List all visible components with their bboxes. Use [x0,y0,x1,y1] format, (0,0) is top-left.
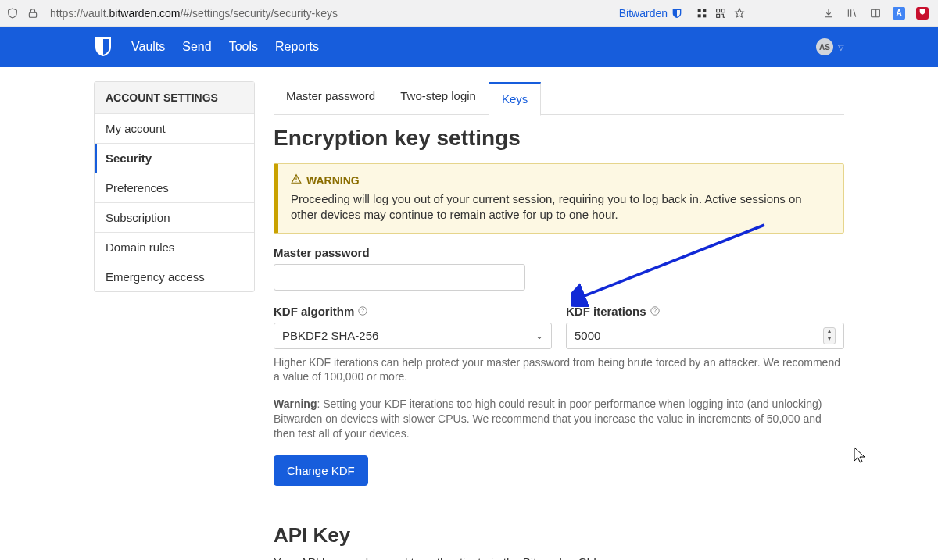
qr-icon[interactable] [714,7,727,20]
svg-rect-6 [721,9,725,12]
warning-label: WARNING [306,174,360,187]
sidebar-item-emergency-access[interactable]: Emergency access [95,262,254,291]
cursor-icon [854,447,868,464]
kdf-hint-2-prefix: Warning [274,398,317,410]
svg-rect-4 [703,14,706,17]
svg-rect-7 [717,14,720,17]
extension-label[interactable]: Bitwarden [619,7,668,20]
chevron-down-icon: ▽ [838,43,844,52]
svg-rect-1 [698,9,701,12]
spinner-down-icon[interactable]: ▾ [824,336,835,344]
kdf-iterations-label: KDF iterations [566,305,844,318]
svg-rect-0 [29,12,36,17]
warning-text: Proceeding will log you out of your curr… [291,191,831,223]
kdf-hint-1: Higher KDF iterations can help protect y… [274,355,844,385]
kdf-iterations-value: 5000 [575,329,600,342]
warning-triangle-icon [291,173,302,187]
help-icon[interactable] [650,305,661,316]
sidebar-toggle-icon[interactable] [869,7,882,20]
tab-two-step-login[interactable]: Two-step login [388,81,489,114]
tab-keys[interactable]: Keys [489,82,541,116]
library-icon[interactable] [846,7,858,20]
number-spinner[interactable]: ▴ ▾ [823,327,836,344]
kdf-algorithm-select[interactable]: PBKDF2 SHA-256 ⌄ [274,323,552,349]
encryption-title: Encryption key settings [274,126,844,151]
nav-links: Vaults Send Tools Reports [131,40,319,54]
sidebar-item-subscription[interactable]: Subscription [95,203,254,233]
kdf-iterations-input[interactable]: 5000 ▴ ▾ [566,323,844,349]
bitwarden-logo-icon[interactable] [94,36,113,58]
sidebar-item-domain-rules[interactable]: Domain rules [95,233,254,262]
bitwarden-ext-icon[interactable] [671,7,683,20]
svg-rect-2 [703,9,706,12]
kdf-hint-2-body: : Setting your KDF iterations too high c… [274,398,822,440]
settings-sidebar: ACCOUNT SETTINGS My account Security Pre… [94,81,255,292]
svg-rect-3 [698,14,701,17]
sidebar-item-preferences[interactable]: Preferences [95,173,254,203]
tab-master-password[interactable]: Master password [274,81,388,114]
lock-icon[interactable] [27,7,39,20]
kdf-hint-2: Warning: Setting your KDF iterations too… [274,397,844,441]
security-tabs: Master password Two-step login Keys [274,81,844,115]
url-path: /#/settings/security/security-keys [181,7,338,20]
sidebar-item-my-account[interactable]: My account [95,114,254,144]
master-password-input[interactable] [274,264,525,291]
sidebar-header: ACCOUNT SETTINGS [95,82,254,114]
shield-outline-icon[interactable] [6,7,19,20]
help-icon[interactable] [357,305,368,316]
nav-link-vaults[interactable]: Vaults [131,40,165,54]
change-kdf-button[interactable]: Change KDF [274,455,368,486]
master-password-label: Master password [274,246,844,259]
ublock-icon[interactable] [916,7,929,20]
url-domain: bitwarden.com [109,7,180,20]
avatar: AS [816,38,833,55]
url-display[interactable]: https://vault.bitwarden.com/#/settings/s… [45,7,607,20]
url-prefix: https://vault. [50,7,109,20]
sidebar-item-security[interactable]: Security [95,144,254,173]
bookmark-star-icon[interactable] [733,7,746,20]
kdf-algorithm-label: KDF algorithm [274,305,552,318]
browser-address-bar: https://vault.bitwarden.com/#/settings/s… [0,0,938,27]
top-navigation: Vaults Send Tools Reports AS ▽ [0,27,938,67]
chevron-down-icon: ⌄ [535,330,543,341]
account-menu[interactable]: AS ▽ [816,38,844,55]
apps-grid-icon[interactable] [696,7,708,20]
download-icon[interactable] [822,7,835,20]
nav-link-tools[interactable]: Tools [229,40,258,54]
warning-callout: WARNING Proceeding will log you out of y… [274,163,844,234]
nav-link-send[interactable]: Send [182,40,211,54]
api-key-desc: Your API key can be used to authenticate… [274,555,844,560]
nav-link-reports[interactable]: Reports [275,40,319,54]
api-key-title: API Key [274,523,844,548]
spinner-up-icon[interactable]: ▴ [824,328,835,336]
svg-rect-5 [717,9,720,12]
kdf-algorithm-value: PBKDF2 SHA-256 [282,329,378,342]
translate-icon[interactable]: A [893,7,905,20]
svg-rect-8 [872,9,880,16]
